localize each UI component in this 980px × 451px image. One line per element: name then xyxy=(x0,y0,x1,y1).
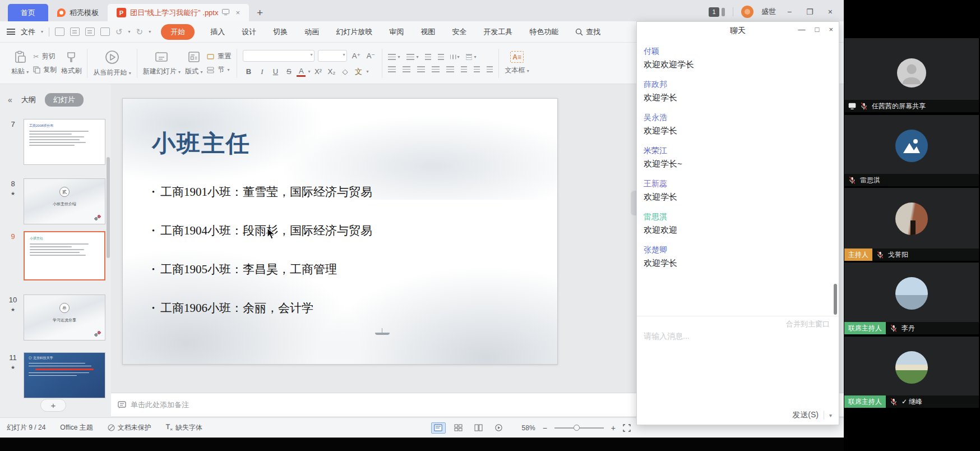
bullet-list-button[interactable]: ▾ xyxy=(388,54,400,60)
superscript-button[interactable]: X² xyxy=(312,67,323,76)
tab-slides[interactable]: 幻灯片 xyxy=(45,93,84,107)
chat-sender[interactable]: 王新蕊 xyxy=(644,179,830,189)
print-icon[interactable] xyxy=(70,27,80,36)
section-button[interactable]: 节 ▾ xyxy=(207,65,231,75)
restore-button[interactable]: ❐ xyxy=(803,7,817,16)
menu-file[interactable]: 文件 xyxy=(21,27,35,37)
clear-format-icon[interactable]: ◇ xyxy=(339,67,350,76)
decrease-font-icon[interactable]: A⁻ xyxy=(365,52,376,60)
slide-thumbnail[interactable]: ◎ 北京科技大学 xyxy=(24,352,105,398)
user-avatar[interactable] xyxy=(741,6,754,18)
present-mode-icon[interactable] xyxy=(222,9,229,17)
menu-item[interactable]: 视图 xyxy=(420,27,435,37)
chat-sender[interactable]: 雷思淇 xyxy=(644,212,830,222)
strikethrough-button[interactable]: S xyxy=(283,67,294,76)
format-painter-button[interactable]: 格式刷 xyxy=(61,51,81,76)
slide-thumbnail[interactable]: 叁学习近况分享 xyxy=(24,294,105,340)
user-name[interactable]: 盛世 xyxy=(761,7,776,17)
theme-name[interactable]: Office 主题 xyxy=(60,423,93,432)
slide-canvas[interactable]: 小班主任 •工商1901小班：董雪莹，国际经济与贸易•工商1904小班：段雨杉，… xyxy=(122,98,558,365)
merge-to-main-link[interactable]: 合并到主窗口 xyxy=(786,319,830,329)
print-preview-icon[interactable] xyxy=(85,27,95,36)
tab-document[interactable]: P 团日“线上学习我能行” .pptx × xyxy=(108,4,249,21)
slide-thumbnail[interactable]: 工商2008班分布 xyxy=(24,119,105,165)
chat-message-list[interactable]: 付颖 欢迎欢迎学长 薛政邦 欢迎学长 吴永浩 欢迎学长 米荣江 欢迎学长~ 王新… xyxy=(644,47,830,278)
missing-font-warning[interactable]: T× 缺失字体 xyxy=(166,423,202,432)
panel-scrollbar[interactable] xyxy=(107,157,110,258)
tab-start[interactable]: 开始 xyxy=(161,24,195,40)
menu-item[interactable]: 切换 xyxy=(273,27,288,37)
font-size-select[interactable] xyxy=(318,50,347,62)
collapse-ribbon-icon[interactable]: ▾ xyxy=(149,29,151,34)
paste-button[interactable]: 粘贴 ▾ xyxy=(11,50,29,76)
font-name-select[interactable] xyxy=(243,50,315,62)
text-layout-button[interactable]: ▾ xyxy=(466,54,476,60)
reading-view-button[interactable] xyxy=(471,422,486,434)
menu-item[interactable]: 插入 xyxy=(210,27,225,37)
undo-icon[interactable]: ↺ xyxy=(115,27,123,37)
tab-docer[interactable]: 稻壳模板 xyxy=(48,4,108,21)
zoom-slider-knob[interactable] xyxy=(574,425,580,431)
menu-item[interactable]: 审阅 xyxy=(389,27,404,37)
slide-thumbnail[interactable]: 小班主任 xyxy=(24,231,105,280)
chevron-down-icon[interactable]: ▾ xyxy=(41,29,43,34)
zoom-in-button[interactable]: + xyxy=(609,424,617,432)
chat-scrollbar[interactable] xyxy=(834,284,837,315)
undo-caret-icon[interactable]: ▾ xyxy=(128,29,131,34)
justify-button[interactable] xyxy=(432,66,440,72)
participant-tile[interactable]: 任茜茜的屏幕共享 xyxy=(844,38,979,112)
line-spacing-button[interactable] xyxy=(461,66,467,72)
layout-button[interactable]: 版式 ▾ xyxy=(185,50,202,76)
save-icon[interactable] xyxy=(55,27,64,36)
distribute-button[interactable] xyxy=(446,66,454,72)
menu-item[interactable]: 开发工具 xyxy=(483,27,512,37)
collapse-panel-icon[interactable]: « xyxy=(8,95,12,104)
columns-button[interactable] xyxy=(487,66,493,72)
participant-tile[interactable]: 联席主持人 ✓ 继峰 xyxy=(844,337,979,408)
redo-icon[interactable]: ↻ xyxy=(136,27,144,37)
slideshow-button[interactable] xyxy=(492,422,506,434)
numbered-list-button[interactable]: ▾ xyxy=(406,54,418,60)
play-from-current-button[interactable]: 从当前开始 ▾ xyxy=(93,49,131,77)
add-slide-button[interactable]: + xyxy=(40,399,66,412)
chat-sender[interactable]: 张楚卿 xyxy=(644,245,830,255)
chat-sender[interactable]: 付颖 xyxy=(644,47,830,57)
slide-title[interactable]: 小班主任 xyxy=(152,128,251,159)
chat-input[interactable]: 请输入消息... xyxy=(644,332,690,342)
chat-sender[interactable]: 薛政邦 xyxy=(644,80,830,90)
menu-item[interactable]: 动画 xyxy=(304,27,319,37)
zoom-level[interactable]: 58% xyxy=(522,424,535,432)
chat-maximize-button[interactable]: □ xyxy=(815,25,820,34)
decrease-indent-button[interactable] xyxy=(425,54,431,60)
chat-titlebar[interactable]: 聊天 — □ × xyxy=(637,22,839,40)
participant-tile[interactable]: 主持人 戈誉阳 xyxy=(844,188,979,261)
spacing-increase-button[interactable] xyxy=(474,66,480,72)
slide-thumbnail[interactable]: 贰小班主任介绍 xyxy=(24,178,105,224)
align-center-button[interactable] xyxy=(403,66,410,72)
reset-button[interactable]: 重置 xyxy=(207,52,231,61)
cut-button[interactable]: ✂剪切 xyxy=(33,52,57,61)
search-box[interactable]: 查找 xyxy=(575,27,600,37)
copy-button[interactable]: 复制 xyxy=(33,65,57,75)
subscript-button[interactable]: X₂ xyxy=(326,67,337,76)
italic-button[interactable]: I xyxy=(256,67,267,76)
chat-sender[interactable]: 米荣江 xyxy=(644,146,830,156)
send-button[interactable]: 发送(S) xyxy=(792,410,819,420)
window-count-badge[interactable]: 1 xyxy=(709,7,719,17)
increase-font-icon[interactable]: A⁺ xyxy=(350,52,362,60)
underline-button[interactable]: U xyxy=(270,67,281,76)
align-left-button[interactable] xyxy=(388,66,396,72)
send-options-icon[interactable]: ▾ xyxy=(829,412,832,418)
normal-view-button[interactable] xyxy=(431,422,446,434)
zoom-slider[interactable] xyxy=(554,427,604,429)
align-right-button[interactable] xyxy=(417,66,425,72)
close-button[interactable]: × xyxy=(825,7,836,16)
zoom-out-button[interactable]: − xyxy=(541,424,549,432)
minimize-button[interactable]: − xyxy=(784,7,795,16)
font-color-button[interactable]: A xyxy=(297,67,306,77)
menu-item[interactable]: 幻灯片放映 xyxy=(336,27,372,37)
participant-tile[interactable]: 联席主持人 李丹 xyxy=(844,263,979,334)
chat-sender[interactable]: 吴永浩 xyxy=(644,113,830,123)
hamburger-icon[interactable] xyxy=(7,29,15,35)
phonetic-button[interactable]: 文 xyxy=(353,67,364,77)
